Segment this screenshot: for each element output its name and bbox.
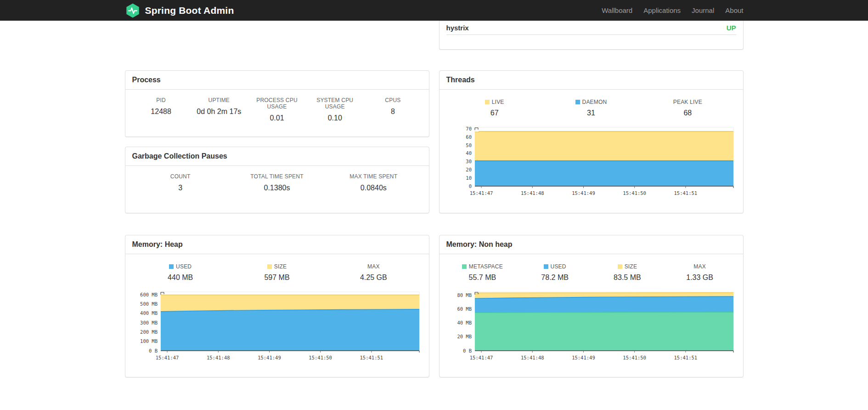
threads-panel: Threads LIVE 67 DAEMON 31 PEAK LIVE: [439, 70, 744, 213]
legend-value: 55.7 MB: [446, 273, 519, 282]
svg-text:15:41:47: 15:41:47: [469, 190, 493, 196]
svg-text:15:41:47: 15:41:47: [155, 355, 179, 360]
nav-item-applications[interactable]: Applications: [638, 6, 686, 14]
legend-value: 1.33 GB: [664, 273, 736, 282]
nav-item-journal[interactable]: Journal: [686, 6, 720, 14]
used-swatch: [544, 264, 548, 269]
memory-non-heap-panel: Memory: Non heap METASPACE 55.7 MB USED …: [439, 235, 744, 377]
memory-heap-panel: Memory: Heap USED 440 MB SIZE 597 MB MAX: [125, 235, 429, 377]
svg-text:15:41:49: 15:41:49: [258, 355, 281, 360]
svg-text:200 MB: 200 MB: [140, 329, 158, 335]
svg-text:15:41:51: 15:41:51: [674, 190, 697, 196]
svg-text:50: 50: [466, 142, 472, 148]
legend-value: 4.25 GB: [325, 273, 422, 282]
memory-non-heap-chart: 0 B20 MB40 MB60 MB80 MB15:41:4715:41:481…: [446, 289, 736, 364]
svg-text:100 MB: 100 MB: [140, 338, 158, 344]
brand-link[interactable]: Spring Boot Admin: [125, 3, 234, 18]
svg-text:15:41:50: 15:41:50: [623, 190, 646, 196]
memory-heap-legend: USED 440 MB SIZE 597 MB MAX 4.25 GB: [132, 263, 422, 286]
svg-text:15:41:51: 15:41:51: [360, 355, 383, 360]
metric-value: 0.0840s: [325, 184, 422, 192]
metric-pid: PID 12488: [132, 97, 190, 122]
daemon-swatch: [575, 100, 580, 104]
svg-text:500 MB: 500 MB: [140, 301, 158, 307]
legend-live: LIVE 67: [446, 99, 543, 122]
used-swatch: [169, 264, 174, 269]
metric-cpus: CPUS 8: [364, 97, 422, 122]
svg-text:300 MB: 300 MB: [140, 320, 158, 325]
legend-value: 31: [543, 109, 639, 117]
process-metrics: PID 12488 UPTIME 0d 0h 2m 17s PROCESS CP…: [132, 97, 422, 122]
live-swatch: [485, 100, 490, 104]
svg-text:10: 10: [466, 175, 472, 181]
status-badge: UP: [727, 24, 736, 32]
legend-max: MAX 1.33 GB: [664, 263, 736, 286]
legend-label: SIZE: [625, 263, 637, 270]
gc-metrics: COUNT 3 TOTAL TIME SPENT 0.1380s MAX TIM…: [132, 173, 422, 192]
threads-chart: 01020304050607015:41:4715:41:4815:41:491…: [446, 125, 736, 199]
memory-non-heap-panel-title: Memory: Non heap: [440, 235, 743, 254]
metric-label: COUNT: [132, 173, 229, 180]
nav-item-about[interactable]: About: [720, 6, 743, 14]
svg-text:80 MB: 80 MB: [457, 292, 472, 298]
svg-text:30: 30: [466, 159, 472, 164]
metric-value: 0.10: [306, 114, 364, 122]
threads-panel-title: Threads: [440, 71, 743, 90]
memory-non-heap-legend: METASPACE 55.7 MB USED 78.2 MB SIZE 83.5…: [446, 263, 736, 286]
metric-label: SYSTEM CPU USAGE: [306, 97, 364, 110]
legend-label: PEAK LIVE: [673, 99, 702, 105]
metric-label: PID: [132, 97, 190, 103]
svg-text:15:41:48: 15:41:48: [520, 355, 544, 360]
svg-text:15:41:51: 15:41:51: [674, 355, 697, 360]
legend-value: 78.2 MB: [519, 273, 591, 282]
metric-value: 0.01: [248, 114, 306, 122]
size-swatch: [267, 264, 272, 269]
application-name: hystrix: [446, 24, 469, 32]
metric-max-time-spent: MAX TIME SPENT 0.0840s: [325, 173, 422, 192]
svg-text:20: 20: [466, 167, 472, 172]
process-panel-title: Process: [125, 71, 429, 90]
application-row-hystrix[interactable]: hystrix UP: [440, 21, 743, 34]
svg-text:15:41:47: 15:41:47: [469, 355, 493, 360]
legend-label: LIVE: [492, 99, 504, 105]
legend-peak-live: PEAK LIVE 68: [639, 99, 736, 122]
metric-value: 0d 0h 2m 17s: [190, 108, 248, 116]
legend-max: MAX 4.25 GB: [325, 263, 422, 286]
main-content: hystrix UP Process PID 12488 UPTIME: [125, 21, 744, 377]
svg-text:20 MB: 20 MB: [457, 334, 472, 339]
legend-value: 67: [446, 109, 543, 117]
nav-item-wallboard[interactable]: Wallboard: [596, 6, 638, 14]
metric-label: UPTIME: [190, 97, 248, 103]
memory-grid: Memory: Heap USED 440 MB SIZE 597 MB MAX: [125, 235, 744, 377]
legend-size: SIZE 83.5 MB: [591, 263, 664, 286]
brand-title: Spring Boot Admin: [145, 5, 234, 16]
row-divider: [446, 34, 736, 35]
memory-heap-panel-title: Memory: Heap: [125, 235, 429, 254]
svg-text:40: 40: [466, 150, 472, 156]
size-swatch: [618, 264, 622, 269]
metric-value: 3: [132, 184, 229, 192]
legend-value: 597 MB: [229, 273, 325, 282]
spring-boot-admin-page: Spring Boot Admin Wallboard Applications…: [0, 0, 868, 410]
svg-text:0 B: 0 B: [463, 348, 472, 353]
svg-text:15:41:50: 15:41:50: [623, 355, 646, 360]
navbar: Spring Boot Admin Wallboard Applications…: [0, 0, 868, 21]
metric-system-cpu-usage: SYSTEM CPU USAGE 0.10: [306, 97, 364, 122]
metric-process-cpu-usage: PROCESS CPU USAGE 0.01: [248, 97, 306, 122]
threads-legend: LIVE 67 DAEMON 31 PEAK LIVE 68: [446, 99, 736, 122]
metric-value: 12488: [132, 108, 190, 116]
memory-heap-chart-svg: 0 B100 MB200 MB300 MB400 MB500 MB600 MB1…: [132, 289, 423, 362]
legend-used: USED 78.2 MB: [519, 263, 591, 286]
legend-size: SIZE 597 MB: [229, 263, 325, 286]
svg-text:0 B: 0 B: [149, 348, 158, 353]
legend-value: 68: [639, 109, 736, 117]
svg-text:40 MB: 40 MB: [457, 320, 472, 325]
legend-daemon: DAEMON 31: [543, 99, 639, 122]
svg-text:15:41:50: 15:41:50: [309, 355, 332, 360]
details-grid: Process PID 12488 UPTIME 0d 0h 2m 17s PR…: [125, 70, 744, 213]
metric-total-time-spent: TOTAL TIME SPENT 0.1380s: [229, 173, 325, 192]
metric-value: 8: [364, 108, 422, 116]
svg-text:60 MB: 60 MB: [457, 306, 472, 312]
svg-text:15:41:49: 15:41:49: [572, 355, 595, 360]
svg-text:60: 60: [466, 134, 472, 140]
